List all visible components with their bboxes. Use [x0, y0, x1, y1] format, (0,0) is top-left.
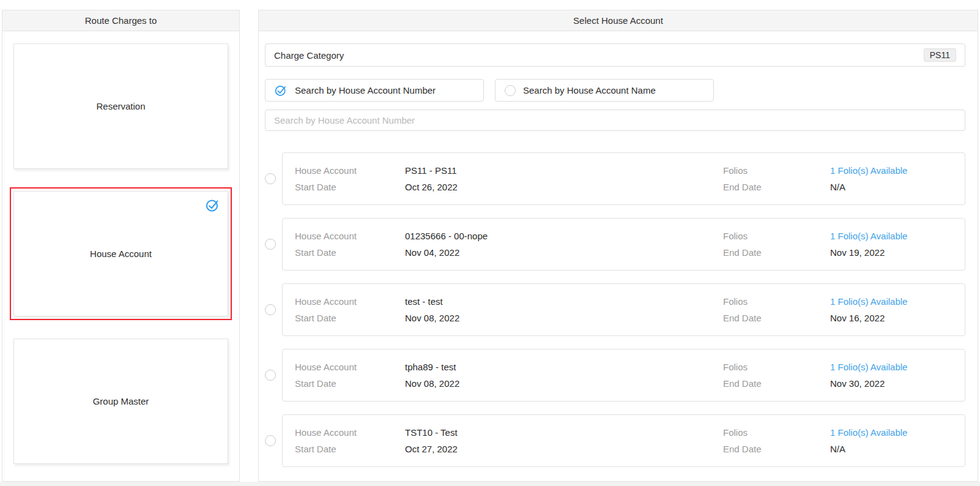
check-circle-icon	[275, 84, 288, 97]
house-account-row: House Account PS11 - PS11 Folios 1 Folio…	[265, 152, 965, 205]
charge-category-label: Charge Category	[274, 50, 344, 61]
start-date-value: Nov 04, 2022	[405, 247, 723, 258]
house-account-label: House Account	[295, 165, 405, 176]
check-circle-icon	[206, 198, 220, 212]
route-charges-page: Route Charges to Reservation	[0, 0, 980, 486]
charge-category-value-chip: PS11	[924, 48, 956, 62]
route-options-list: Reservation House Account	[2, 31, 239, 468]
select-house-account-header: Select House Account	[259, 10, 978, 31]
search-mode-label: Search by House Account Number	[295, 85, 436, 95]
house-account-value: 01235666 - 00-nope	[405, 231, 723, 241]
start-date-value: Nov 08, 2022	[405, 378, 723, 389]
end-date-value: Nov 30, 2022	[830, 378, 952, 389]
route-option-wrap: Reservation	[10, 40, 232, 173]
house-account-value: tpha89 - test	[405, 362, 723, 372]
end-date-label: End Date	[723, 247, 830, 258]
search-mode-options: Search by House Account Number Search by…	[265, 79, 965, 102]
start-date-value: Nov 08, 2022	[405, 313, 723, 323]
route-charges-header: Route Charges to	[2, 10, 239, 31]
folios-available-link[interactable]: 1 Folio(s) Available	[830, 362, 952, 372]
house-account-value: test - test	[405, 296, 723, 307]
folios-label: Folios	[723, 296, 830, 307]
house-account-label: House Account	[295, 231, 405, 241]
page-bottom-strip	[0, 482, 980, 486]
route-charges-title: Route Charges to	[85, 15, 157, 26]
folios-label: Folios	[723, 427, 830, 438]
start-date-label: Start Date	[295, 378, 405, 389]
house-account-row: House Account test - test Folios 1 Folio…	[265, 283, 965, 336]
end-date-label: End Date	[723, 182, 830, 192]
start-date-value: Oct 27, 2022	[405, 444, 723, 454]
end-date-label: End Date	[723, 378, 830, 389]
select-house-account-panel: Select House Account Charge Category PS1…	[258, 10, 978, 482]
folios-label: Folios	[723, 362, 830, 372]
house-account-row: House Account TST10 - Test Folios 1 Foli…	[265, 414, 965, 467]
end-date-label: End Date	[723, 313, 830, 323]
house-account-card[interactable]: House Account tpha89 - test Folios 1 Fol…	[282, 349, 965, 402]
end-date-value: N/A	[830, 444, 952, 454]
end-date-value: Nov 16, 2022	[830, 313, 952, 323]
end-date-value: Nov 19, 2022	[830, 247, 952, 258]
house-account-row: House Account 01235666 - 00-nope Folios …	[265, 218, 965, 271]
start-date-label: Start Date	[295, 444, 405, 454]
house-account-card[interactable]: House Account TST10 - Test Folios 1 Foli…	[282, 414, 965, 467]
house-account-row: House Account tpha89 - test Folios 1 Fol…	[265, 349, 965, 402]
house-account-value: TST10 - Test	[405, 427, 723, 438]
route-option-wrap: House Account	[10, 187, 232, 320]
route-option-label: Reservation	[96, 101, 145, 111]
folios-available-link[interactable]: 1 Folio(s) Available	[830, 427, 952, 438]
start-date-value: Oct 26, 2022	[405, 182, 723, 192]
house-account-label: House Account	[295, 362, 405, 372]
folios-label: Folios	[723, 165, 830, 176]
house-account-card[interactable]: House Account 01235666 - 00-nope Folios …	[282, 218, 965, 271]
row-radio-button[interactable]	[265, 173, 276, 184]
charge-category-field[interactable]: Charge Category PS11	[265, 43, 965, 67]
end-date-value: N/A	[830, 182, 952, 192]
end-date-label: End Date	[723, 444, 830, 454]
search-mode-label: Search by House Account Name	[523, 85, 656, 95]
select-house-account-body: Charge Category PS11 Search by Hous	[259, 31, 978, 467]
house-account-label: House Account	[295, 296, 405, 307]
route-option-card[interactable]: Reservation	[13, 43, 228, 169]
route-option-card[interactable]: Group Master	[13, 338, 228, 464]
house-account-card[interactable]: House Account PS11 - PS11 Folios 1 Folio…	[282, 152, 965, 205]
row-radio-button[interactable]	[265, 239, 276, 250]
route-option-label: Group Master	[93, 396, 149, 406]
row-radio-button[interactable]	[265, 435, 276, 446]
folios-label: Folios	[723, 231, 830, 241]
folios-available-link[interactable]: 1 Folio(s) Available	[830, 231, 952, 241]
route-option-label: House Account	[90, 249, 152, 259]
search-mode-option[interactable]: Search by House Account Number	[265, 79, 484, 102]
route-charges-panel: Route Charges to Reservation	[2, 10, 240, 482]
start-date-label: Start Date	[295, 182, 405, 192]
folios-available-link[interactable]: 1 Folio(s) Available	[830, 165, 952, 176]
route-option-card[interactable]: House Account	[13, 191, 228, 316]
row-radio-button[interactable]	[265, 370, 276, 381]
radio-circle-icon	[505, 85, 516, 96]
search-mode-option[interactable]: Search by House Account Name	[495, 79, 714, 102]
house-account-list: House Account PS11 - PS11 Folios 1 Folio…	[265, 152, 965, 467]
start-date-label: Start Date	[295, 247, 405, 258]
select-house-account-title: Select House Account	[573, 15, 663, 26]
house-account-label: House Account	[295, 427, 405, 438]
folios-available-link[interactable]: 1 Folio(s) Available	[830, 296, 952, 307]
start-date-label: Start Date	[295, 313, 405, 323]
house-account-value: PS11 - PS11	[405, 165, 723, 176]
route-option-wrap: Group Master	[10, 335, 232, 468]
house-account-search-input[interactable]	[265, 110, 965, 131]
house-account-card[interactable]: House Account test - test Folios 1 Folio…	[282, 283, 965, 336]
row-radio-button[interactable]	[265, 304, 276, 315]
